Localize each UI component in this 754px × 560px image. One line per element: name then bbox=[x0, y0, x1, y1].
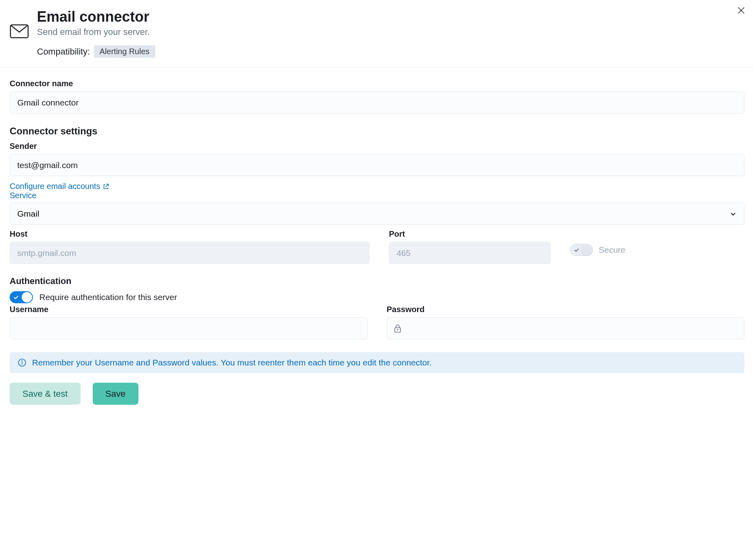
require-auth-label: Require authentication for this server bbox=[39, 292, 177, 302]
check-icon bbox=[573, 247, 580, 253]
port-label: Port bbox=[389, 229, 551, 239]
username-label: Username bbox=[10, 305, 368, 314]
secure-toggle-label: Secure bbox=[599, 245, 626, 255]
modal-title: Email connector bbox=[37, 8, 155, 25]
host-label: Host bbox=[10, 229, 370, 239]
compatibility-label: Compatibility: bbox=[37, 47, 90, 57]
service-label[interactable]: Service bbox=[10, 191, 37, 200]
password-label: Password bbox=[387, 305, 745, 314]
username-input[interactable] bbox=[10, 317, 368, 339]
external-link-icon bbox=[103, 183, 109, 190]
connector-name-input[interactable] bbox=[10, 91, 744, 114]
require-auth-toggle[interactable] bbox=[10, 291, 33, 303]
save-and-test-button[interactable]: Save & test bbox=[10, 383, 81, 405]
port-input bbox=[389, 242, 551, 264]
secure-toggle[interactable] bbox=[570, 244, 593, 256]
info-callout: Remember your Username and Password valu… bbox=[10, 352, 744, 373]
modal-subtitle: Send email from your server. bbox=[37, 27, 155, 37]
check-icon bbox=[13, 294, 19, 300]
mail-icon bbox=[10, 24, 29, 39]
sender-input[interactable] bbox=[10, 154, 744, 176]
configure-email-link[interactable]: Configure email accounts bbox=[10, 182, 109, 191]
callout-text: Remember your Username and Password valu… bbox=[32, 358, 432, 367]
modal-header: Email connector Send email from your ser… bbox=[0, 0, 754, 68]
info-icon bbox=[18, 358, 26, 367]
save-button[interactable]: Save bbox=[93, 383, 138, 405]
service-select[interactable]: Gmail bbox=[10, 203, 744, 225]
close-icon bbox=[737, 6, 745, 14]
lock-icon bbox=[394, 324, 401, 333]
host-input bbox=[10, 242, 370, 264]
connector-name-label: Connector name bbox=[10, 79, 744, 88]
authentication-heading: Authentication bbox=[10, 276, 744, 286]
configure-email-link-text: Configure email accounts bbox=[10, 182, 100, 191]
connector-settings-heading: Connector settings bbox=[10, 126, 744, 137]
sender-label: Sender bbox=[10, 142, 744, 151]
svg-point-2 bbox=[397, 329, 398, 330]
compatibility-badge: Alerting Rules bbox=[94, 45, 155, 58]
password-input[interactable] bbox=[387, 317, 745, 339]
svg-point-4 bbox=[22, 361, 22, 361]
close-button[interactable] bbox=[736, 6, 746, 15]
